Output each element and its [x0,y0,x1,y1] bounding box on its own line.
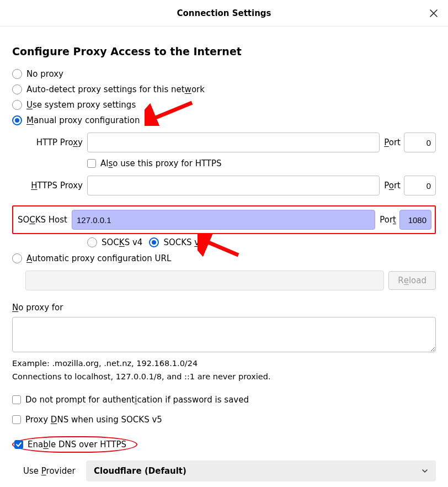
socks-port-input[interactable] [399,210,431,230]
http-proxy-port-input[interactable] [404,133,436,152]
chevron-down-icon [422,468,428,474]
example-text: Example: .mozilla.org, .net.nz, 192.168.… [12,359,436,368]
auto-url-row: Reload [12,271,436,290]
radio-use-system[interactable]: Use system proxy settings [12,97,436,113]
radio-icon [87,237,97,247]
note-text: Connections to localhost, 127.0.0.1/8, a… [12,372,436,381]
dialog-footer: Help Cancel OK [0,481,448,487]
provider-select[interactable]: Cloudflare (Default) [86,460,436,481]
doh-highlight: Enable DNS over HTTPS [12,436,137,453]
checkbox-label: Enable DNS over HTTPS [28,440,126,449]
reload-button[interactable]: Reload [388,271,436,290]
provider-row: Use Provider Cloudflare (Default) [23,460,436,481]
close-icon[interactable] [427,7,440,20]
radio-icon [12,115,22,125]
dialog-title: Connection Settings [177,8,271,18]
https-proxy-label: HTTPS Proxy [25,181,87,190]
checkbox-icon [14,440,23,449]
radio-auto-detect[interactable]: Auto-detect proxy settings for this netw… [12,82,436,97]
checkbox-icon [12,395,21,404]
dialog-content: Configure Proxy Access to the Internet N… [0,27,448,481]
socks-version-row: SOCKS v4 SOCKS v5 [87,234,436,247]
https-port-label: Port [380,181,404,190]
provider-value: Cloudflare (Default) [94,466,186,476]
http-proxy-row: HTTP Proxy Port [12,133,436,152]
radio-icon [12,69,22,79]
radio-icon [12,253,22,263]
radio-icon [12,100,22,110]
https-proxy-row: HTTPS Proxy Port [12,176,436,195]
http-port-label: Port [380,137,404,147]
checkbox-label: Do not prompt for authentication if pass… [25,395,249,405]
radio-label: No proxy [26,69,63,79]
radio-label: Automatic proxy configuration URL [26,253,171,263]
radio-label: Manual proxy configuration [26,115,140,125]
radio-label: Auto-detect proxy settings for this netw… [26,84,205,94]
radio-label: SOCKS v5 [163,237,204,247]
checkbox-label: Also use this proxy for HTTPS [100,158,222,168]
checkbox-label: Proxy DNS when using SOCKS v5 [25,415,162,425]
radio-no-proxy[interactable]: No proxy [12,66,436,82]
provider-label: Use Provider [23,466,86,476]
no-proxy-for-input[interactable] [12,317,436,352]
connection-settings-dialog: Connection Settings Configure Proxy Acce… [0,0,448,487]
radio-socks-v4[interactable]: SOCKS v4 [87,237,142,247]
also-use-https-checkbox[interactable]: Also use this proxy for HTTPS [87,156,436,171]
socks-host-highlight: SOCKS Host Port [12,205,436,234]
http-proxy-label: HTTP Proxy [25,137,87,147]
radio-icon [149,237,159,247]
https-proxy-host-input[interactable] [87,176,380,195]
no-proxy-for-label: No proxy for [12,303,436,313]
socks-host-row: SOCKS Host Port [17,210,431,230]
checkbox-no-prompt[interactable]: Do not prompt for authentication if pass… [12,392,436,407]
checkbox-icon [87,159,96,168]
checkbox-icon [12,415,21,424]
socks-host-input[interactable] [72,210,375,230]
radio-socks-v5[interactable]: SOCKS v5 [149,237,204,247]
radio-auto-url[interactable]: Automatic proxy configuration URL [12,251,436,266]
radio-label: SOCKS v4 [102,237,142,247]
socks-host-label: SOCKS Host [17,215,72,225]
radio-label: Use system proxy settings [26,100,136,110]
checkbox-enable-doh[interactable]: Enable DNS over HTTPS [14,438,126,451]
checkbox-proxy-dns[interactable]: Proxy DNS when using SOCKS v5 [12,412,436,427]
section-heading: Configure Proxy Access to the Internet [12,45,436,57]
https-proxy-port-input[interactable] [404,176,436,195]
socks-port-label: Port [375,215,399,225]
title-bar: Connection Settings [0,0,448,27]
auto-url-input[interactable] [25,271,384,290]
http-proxy-host-input[interactable] [87,133,380,152]
radio-icon [12,84,22,94]
radio-manual[interactable]: Manual proxy configuration [12,113,436,128]
